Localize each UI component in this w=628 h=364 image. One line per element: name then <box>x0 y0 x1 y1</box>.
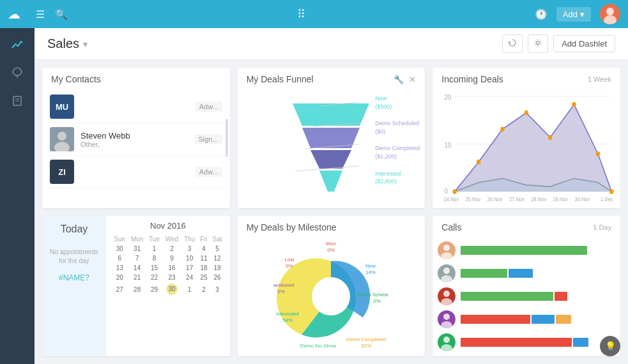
svg-text:27.Nov: 27.Nov <box>509 197 525 203</box>
sidebar-rocket-icon[interactable] <box>11 66 24 82</box>
call-item-5 <box>438 331 615 354</box>
today-panel: Today No appointments for the day #NAME? <box>42 216 106 356</box>
svg-text:Lost: Lost <box>285 257 295 262</box>
contacts-scrollbar[interactable] <box>226 119 228 157</box>
cal-day[interactable]: 3 <box>210 282 225 296</box>
svg-point-64 <box>443 268 450 274</box>
cal-day[interactable]: 14 <box>128 263 146 273</box>
calendar-month: Nov 2016 <box>111 221 225 231</box>
cal-day[interactable]: 15 <box>146 263 162 273</box>
cal-day[interactable]: 26 <box>210 273 225 282</box>
svg-text:26.Nov: 26.Nov <box>487 197 503 203</box>
help-icon: 💡 <box>605 341 616 351</box>
my-deals-funnel-card: My Deals Funnel 🔧 ✕ <box>238 68 425 208</box>
cal-day[interactable]: 1 <box>146 244 162 254</box>
call-item-3 <box>438 285 615 308</box>
incoming-deals-header: Incoming Deals 1 Week <box>433 68 620 88</box>
svg-text:10: 10 <box>445 140 452 149</box>
svg-text:Won: Won <box>326 242 336 246</box>
contact-sub-steven: Other, <box>80 140 188 148</box>
add-dashlet-button[interactable]: Add Dashlet <box>553 35 615 52</box>
cal-day[interactable]: 27 <box>111 282 128 296</box>
add-button[interactable]: Add ▾ <box>556 7 591 22</box>
search-icon[interactable]: 🔍 <box>55 8 68 20</box>
user-avatar[interactable] <box>600 4 620 24</box>
apps-icon[interactable]: ⠿ <box>297 7 305 21</box>
calls-header: Calls 1 Day <box>433 216 620 236</box>
sidebar-book-icon[interactable] <box>11 95 24 110</box>
settings-button[interactable] <box>528 34 548 53</box>
call-avatar-5 <box>438 333 456 351</box>
call-item-1 <box>438 239 615 262</box>
cal-day[interactable]: 28 <box>128 282 146 296</box>
cal-day[interactable]: 10 <box>181 254 198 263</box>
cal-day[interactable]: 17 <box>181 263 198 273</box>
svg-text:24.Nov: 24.Nov <box>444 197 459 203</box>
page-title-caret[interactable]: ▾ <box>83 39 88 49</box>
cal-day[interactable]: 21 <box>128 273 146 282</box>
call-bars-5 <box>461 338 615 347</box>
menu-icon[interactable]: ☰ <box>36 8 45 20</box>
cal-day[interactable]: 13 <box>111 263 128 273</box>
svg-point-31 <box>548 135 552 140</box>
cal-day[interactable]: 30 <box>162 282 181 296</box>
funnel-content: New($500) Demo Scheduled($0) Demo Comple… <box>238 88 425 208</box>
top-navigation: ☁ ☰ 🔍 ⠿ 🕐 Add ▾ <box>0 0 628 28</box>
cal-day[interactable]: 6 <box>111 254 128 263</box>
call-bar-red <box>555 292 567 301</box>
svg-text:New: New <box>365 263 376 269</box>
cal-day[interactable]: 25 <box>198 273 210 282</box>
svg-point-34 <box>609 189 613 194</box>
cal-day[interactable]: 19 <box>210 263 225 273</box>
cal-day[interactable]: 1 <box>181 282 198 296</box>
donut-container: Won 0% New 14% Demo Scheduled 0% Demo Co… <box>238 236 425 356</box>
contact-avatar-zi: ZI <box>50 160 74 184</box>
contact-name-steven: Steven Webb <box>80 131 188 140</box>
call-bar-green <box>461 292 553 301</box>
cal-day[interactable]: 5 <box>210 244 225 254</box>
svg-point-43 <box>312 277 350 315</box>
help-button[interactable]: 💡 <box>600 336 620 356</box>
svg-point-32 <box>572 102 576 107</box>
cal-day[interactable]: 2 <box>162 244 181 254</box>
contact-item-steven: Steven Webb Other, Sign... <box>47 123 225 156</box>
no-appointments-text: No appointments for the day <box>47 248 101 266</box>
contact-avatar-mu: MU <box>50 95 74 119</box>
cal-day[interactable]: 7 <box>128 254 146 263</box>
incoming-chart-svg: 20 10 0 <box>438 88 615 203</box>
cal-day[interactable]: 30 <box>111 244 128 254</box>
funnel-wrench-icon[interactable]: 🔧 <box>394 75 404 84</box>
history-icon[interactable]: 🕐 <box>535 8 548 20</box>
contact-tag-steven: Sign... <box>194 134 222 144</box>
cal-week-4: 20 21 22 23 24 25 26 <box>111 273 225 282</box>
call-bars-3 <box>461 292 615 301</box>
call-bar-red <box>461 315 530 324</box>
sidebar-chart-icon[interactable] <box>11 38 24 54</box>
cal-day[interactable]: 8 <box>146 254 162 263</box>
nav-left: ☁ ☰ 🔍 <box>8 6 68 22</box>
svg-text:Abandoned: Abandoned <box>273 282 294 288</box>
svg-point-61 <box>443 245 450 251</box>
refresh-button[interactable] <box>502 34 523 53</box>
cal-day[interactable]: 18 <box>198 263 210 273</box>
cal-day[interactable]: 3 <box>181 244 198 254</box>
cal-day[interactable]: 20 <box>111 273 128 282</box>
calendar-hashtag: #NAME? <box>59 273 89 282</box>
cal-day[interactable]: 12 <box>210 254 225 263</box>
cal-day[interactable]: 29 <box>146 282 162 296</box>
cal-day[interactable]: 9 <box>162 254 181 263</box>
calendar-grid: Nov 2016 Sun Mon Tue Wed Thu Fri <box>106 216 230 356</box>
cal-header-tue: Tue <box>146 234 162 244</box>
cal-day[interactable]: 2 <box>198 282 210 296</box>
svg-text:Demo Scheduled: Demo Scheduled <box>358 292 389 298</box>
cal-day[interactable]: 23 <box>162 273 181 282</box>
cal-day[interactable]: 24 <box>181 273 198 282</box>
cal-day[interactable]: 22 <box>146 273 162 282</box>
funnel-close-icon[interactable]: ✕ <box>409 75 416 84</box>
cal-day[interactable]: 16 <box>162 263 181 273</box>
cal-day[interactable]: 4 <box>198 244 210 254</box>
cal-day[interactable]: 31 <box>128 244 146 254</box>
funnel-label-demo-sched: Demo Scheduled($0) <box>375 119 420 135</box>
cal-day[interactable]: 11 <box>198 254 210 263</box>
svg-marker-12 <box>302 128 360 148</box>
